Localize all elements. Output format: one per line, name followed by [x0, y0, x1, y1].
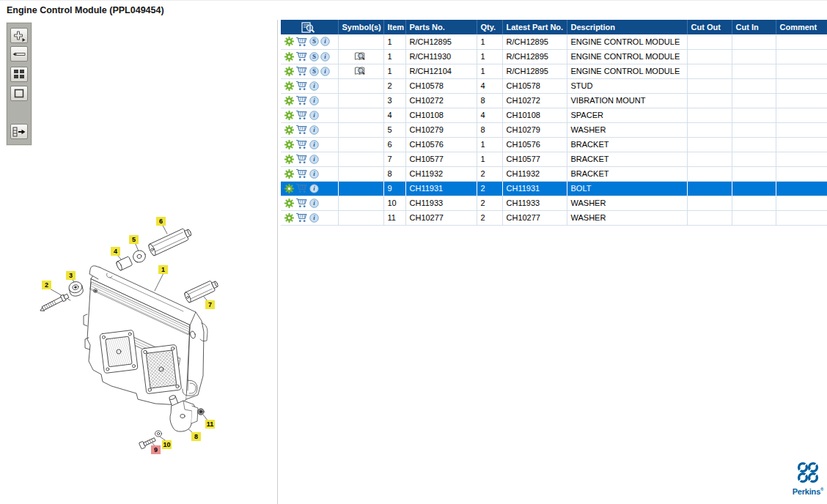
diagram-callout-10[interactable]: 10 [162, 440, 172, 449]
gear-icon[interactable] [284, 199, 294, 208]
info-icon[interactable]: i [309, 184, 319, 193]
parts-table-body: Si1R/CH128951R/CH12895ENGINE CONTROL MOD… [281, 34, 827, 225]
table-row[interactable]: i3CH102728CH10272VIBRATION MOUNT [281, 93, 827, 108]
cell-cut_out [687, 137, 732, 152]
info-icon[interactable]: i [309, 81, 319, 91]
gear-icon[interactable] [284, 155, 294, 164]
gear-icon[interactable] [284, 169, 294, 179]
info-icon[interactable]: i [320, 37, 330, 46]
column-header-latest_part_no[interactable]: Latest Part No. [502, 20, 567, 34]
gear-icon[interactable] [284, 67, 294, 76]
cart-icon[interactable] [295, 198, 308, 208]
cart-icon[interactable] [295, 168, 308, 179]
table-row[interactable]: Si1R/CH121041R/CH12895ENGINE CONTROL MOD… [281, 64, 827, 78]
gear-icon[interactable] [284, 140, 294, 149]
table-row[interactable]: Si1R/CH128951R/CH12895ENGINE CONTROL MOD… [281, 34, 827, 49]
diagram-callout-5[interactable]: 5 [129, 235, 139, 244]
column-header-item[interactable]: Item [383, 20, 405, 34]
info-icon[interactable]: i [309, 199, 319, 208]
table-row[interactable]: i9CH119312CH11931BOLT [281, 181, 827, 196]
zoom-out-button[interactable] [10, 46, 28, 62]
table-row[interactable]: i5CH102798CH10279WASHER [281, 122, 827, 137]
diagram-callout-4[interactable]: 4 [111, 247, 120, 256]
fit-view-button[interactable] [10, 86, 28, 101]
column-header-comment[interactable]: Comment [776, 20, 827, 34]
zoom-in-button[interactable] [10, 28, 28, 43]
table-row[interactable]: i7CH105771CH10577BRACKET [281, 152, 827, 166]
cart-icon[interactable] [295, 81, 308, 91]
table-row[interactable]: Si1R/CH119301R/CH12895ENGINE CONTROL MOD… [281, 49, 827, 64]
column-header-qty[interactable]: Qty. [477, 20, 502, 34]
info-icon[interactable]: i [309, 125, 319, 135]
info-icon[interactable]: i [320, 52, 330, 62]
info-icon[interactable]: i [309, 111, 319, 120]
symbol-book-icon[interactable] [354, 51, 366, 62]
diagram-callout-1[interactable]: 1 [158, 265, 168, 274]
cart-icon[interactable] [295, 125, 308, 135]
cell-item: 3 [383, 93, 405, 108]
gear-icon[interactable] [284, 37, 294, 46]
cell-parts_no: CH10279 [405, 122, 477, 137]
gear-icon[interactable] [284, 184, 294, 193]
cell-cut_in [732, 137, 776, 152]
diagram-callout-7[interactable]: 7 [205, 300, 215, 309]
column-header-description[interactable]: Description [567, 20, 687, 34]
gear-icon[interactable] [284, 52, 294, 62]
info-icon[interactable]: i [309, 96, 319, 105]
cart-icon[interactable] [295, 212, 308, 223]
diagram-toolbar [7, 23, 32, 145]
cart-icon[interactable] [295, 66, 308, 76]
tile-view-button[interactable] [10, 67, 28, 82]
cart-icon[interactable] [295, 51, 308, 62]
s-badge-icon[interactable]: S [309, 52, 319, 62]
perkins-logo-mark: ® [820, 487, 823, 492]
row-actions-cell: i [281, 166, 338, 181]
column-header-symbols[interactable]: Symbol(s) [338, 20, 383, 34]
table-row[interactable]: i4CH101084CH10108SPACER [281, 108, 827, 122]
table-row[interactable]: i2CH105784CH10578STUD [281, 78, 827, 93]
table-row[interactable]: i11CH102772CH10277WASHER [281, 210, 827, 225]
cell-latest_part_no: CH10272 [502, 93, 567, 108]
table-row[interactable]: i8CH119322CH11932BRACKET [281, 166, 827, 181]
info-icon[interactable]: i [309, 140, 319, 149]
info-icon[interactable]: i [320, 67, 330, 76]
table-row[interactable]: i6CH105761CH10576BRACKET [281, 137, 827, 152]
gear-icon[interactable] [284, 213, 294, 223]
symbol-cell [338, 196, 383, 210]
diagram-callout-8[interactable]: 8 [191, 432, 201, 441]
s-badge-icon[interactable]: S [309, 37, 319, 46]
gear-icon[interactable] [284, 96, 294, 105]
cell-qty: 4 [477, 108, 502, 122]
cell-description: WASHER [567, 210, 687, 225]
diagram-callout-9[interactable]: 9 [151, 445, 161, 454]
cart-icon[interactable] [295, 37, 308, 47]
cart-icon[interactable] [295, 183, 308, 193]
cell-qty: 1 [477, 34, 502, 49]
diagram-callout-3[interactable]: 3 [66, 271, 76, 280]
cell-description: ENGINE CONTROL MODULE [567, 34, 687, 49]
column-header-parts_no[interactable]: Parts No. [405, 20, 477, 34]
cell-cut_out [687, 49, 732, 64]
gear-icon[interactable] [284, 81, 294, 91]
s-badge-icon[interactable]: S [309, 67, 319, 76]
column-header-actions[interactable] [281, 20, 338, 34]
cell-comment [776, 181, 827, 196]
info-icon[interactable]: i [309, 169, 319, 179]
gear-icon[interactable] [284, 111, 294, 120]
diagram-callout-11[interactable]: 11 [205, 420, 215, 429]
info-icon[interactable]: i [309, 213, 319, 223]
cart-icon[interactable] [295, 139, 308, 149]
diagram-callout-2[interactable]: 2 [42, 281, 51, 289]
info-icon[interactable]: i [309, 155, 319, 164]
symbol-cell [338, 78, 383, 93]
gear-icon[interactable] [284, 125, 294, 135]
cart-icon[interactable] [295, 110, 308, 120]
column-header-cut_out[interactable]: Cut Out [687, 20, 732, 34]
column-header-cut_in[interactable]: Cut In [732, 20, 776, 34]
cart-icon[interactable] [295, 154, 308, 164]
table-row[interactable]: i10CH119332CH11933WASHER [281, 196, 827, 210]
symbol-book-icon[interactable] [354, 66, 366, 76]
diagram-callout-6[interactable]: 6 [156, 217, 166, 226]
show-parts-list-button[interactable] [10, 124, 28, 139]
cart-icon[interactable] [295, 95, 308, 105]
